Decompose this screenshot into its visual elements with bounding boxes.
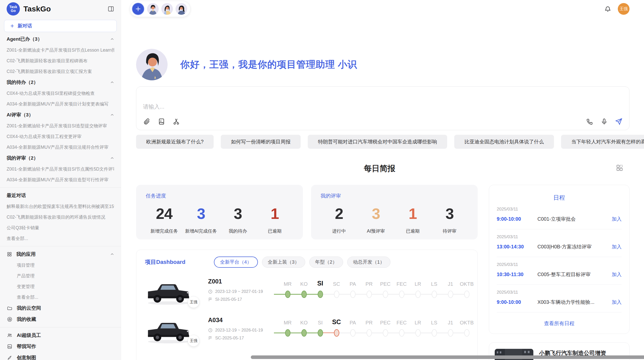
schedule-event: 2025/03/11 9:00-10:00 X003-车辆动力学性能验... 加… xyxy=(497,285,622,312)
milestone-timeline: MR KO xyxy=(273,278,469,300)
sidebar-section: Agent已办（3） Z001-全新燃油皮卡产品开发项目SI节点Lesson L… xyxy=(7,34,114,77)
event-name: X003-车辆动力学性能验... xyxy=(537,299,607,306)
sidebar-task-item[interactable]: C02-飞腾新能源轻客改款项目立项汇报方案 xyxy=(7,66,114,77)
notification-bell-icon[interactable] xyxy=(604,6,611,12)
add-agent-button[interactable] xyxy=(132,3,144,15)
milestone-node: OKTB xyxy=(459,317,475,338)
dashboard-filter-chip[interactable]: 年型（2） xyxy=(309,257,343,268)
stat: 3 AI预评审 xyxy=(357,205,394,234)
project-row[interactable]: 王强 A034 2023-12-19 ~ 2026-01-19 xyxy=(145,317,469,345)
schedule-view-all-link[interactable]: 查看所有日程 xyxy=(497,320,622,327)
my-apps-title: 我的应用 xyxy=(16,251,36,258)
chevron-up-icon xyxy=(110,37,114,41)
event-join-link[interactable]: 加入 xyxy=(612,271,622,278)
chat-input[interactable]: 请输入... xyxy=(143,103,623,118)
agent-avatar-1[interactable] xyxy=(147,3,159,15)
suggestion-chip[interactable]: 欧洲新规最近颁布了什么? xyxy=(136,135,214,149)
recent-chats-view-all[interactable]: 查看全部... xyxy=(7,233,114,244)
project-row[interactable]: 王强 Z001 2023-12-19 ~ 2027-01-19 xyxy=(145,278,469,306)
recent-chat-item[interactable]: C02-飞腾新能源轻客改款项目的闭环通告反馈情况 xyxy=(7,212,114,222)
new-chat-button[interactable]: 新对话 xyxy=(4,20,117,32)
stat: 2 进行中 xyxy=(321,205,358,234)
truck-illustration xyxy=(145,278,192,306)
sidebar-task-item[interactable]: A034-全新新能源MUV产品开发项目造型可行性评审 xyxy=(7,174,114,185)
chevron-up-icon xyxy=(110,252,114,256)
dashboard-filter-chip[interactable]: 全新上装（3） xyxy=(262,257,305,268)
stat-label: AI预评审 xyxy=(357,228,394,234)
milestone-node: PEC xyxy=(377,278,393,300)
section-header[interactable]: AI评审（3） xyxy=(7,109,114,121)
agent-pill xyxy=(130,1,191,17)
attachment-icon[interactable] xyxy=(143,118,151,125)
sidebar-task-item[interactable]: C02-飞腾新能源轻客改款项目里程碑画布 xyxy=(7,55,114,66)
phone-call-icon[interactable] xyxy=(586,118,593,125)
recent-chat-item[interactable]: 公司Q3轻卡销量 xyxy=(7,222,114,233)
stat: 1 已逾期 xyxy=(394,205,431,234)
my-apps-header[interactable]: 我的应用 xyxy=(7,249,114,260)
event-join-link[interactable]: 加入 xyxy=(612,243,622,250)
image-upload-icon[interactable] xyxy=(158,118,165,125)
sidebar-item-ai-super-staff[interactable]: AI超级员工 xyxy=(7,330,114,341)
cloud-space-label: 我的云空间 xyxy=(17,305,41,311)
sidebar-task-item[interactable]: A034-全新新能源MUV产品开发项目法规符合性评审 xyxy=(7,142,114,153)
milestone-node: PA xyxy=(345,317,361,338)
scissors-icon[interactable] xyxy=(172,118,180,125)
sidebar-item-favorites[interactable]: 我的收藏 xyxy=(7,314,114,325)
dashboard-filter-chip[interactable]: 全新平台（4） xyxy=(214,257,258,268)
project-code: A034 xyxy=(208,317,273,324)
project-dashboard: 项目Dashboard 全新平台（4） 全新上装（3） 年型（2） 动总开发（1… xyxy=(136,250,478,360)
app-item[interactable]: 变更管理 xyxy=(7,281,114,292)
event-date: 2025/03/11 xyxy=(497,262,622,267)
sidebar-task-item[interactable]: Z001-全新燃油皮卡产品开发项目SI节点Lesson Learn报告 xyxy=(7,45,114,55)
horizontal-scrollbar[interactable] xyxy=(251,355,644,359)
milestone-dot xyxy=(415,291,421,298)
plus-icon xyxy=(10,24,14,28)
stat-value: 1 xyxy=(256,205,293,222)
recent-chats-title: 最近对话 xyxy=(7,192,26,199)
app-item[interactable]: 产品管理 xyxy=(7,271,114,281)
suggestion-chip[interactable]: 比亚迪全固态电池计划具体说了什么 xyxy=(454,135,554,149)
schedule-title: 日程 xyxy=(497,194,622,202)
milestone-dot xyxy=(383,291,388,298)
send-icon[interactable] xyxy=(615,118,623,125)
microphone-icon[interactable] xyxy=(601,118,608,125)
stat-label: 已逾期 xyxy=(256,228,293,234)
sidebar-task-item[interactable]: C0X4-动力总成开发项目SI里程碑提交物检查 xyxy=(7,88,114,99)
recent-chat-item[interactable]: 解释最新出台的欧盟报废车法规再生塑料比例被调至15%... xyxy=(7,201,114,212)
project-owner-badge: 王强 xyxy=(188,296,199,308)
section-header[interactable]: 我的评审（2） xyxy=(7,153,114,164)
sidebar-collapse-icon[interactable] xyxy=(108,6,114,12)
suggestion-chip[interactable]: 如何写一份清晰的项目周报 xyxy=(221,135,301,149)
apps-grid-icon xyxy=(7,251,12,257)
section-header[interactable]: 我的待办（2） xyxy=(7,77,114,88)
user-avatar[interactable]: 王强 xyxy=(618,3,630,15)
sidebar-task-item[interactable]: Z001-全新燃油轻卡产品开发项目SI造型提交物评审 xyxy=(7,121,114,131)
sidebar-task-item[interactable]: C0X4-动力总成开发项目工程变更评审 xyxy=(7,131,114,142)
sidebar-task-item[interactable]: Z001-全新燃油轻卡产品开发项目SI节点属性5D文件评审 xyxy=(7,164,114,174)
topbar-right: 王强 xyxy=(604,3,630,15)
dashboard-filter-chip[interactable]: 动总开发（1） xyxy=(347,257,391,268)
suggestion-chip[interactable]: 特朗普可能对进口汽车增税会对中国车企造成哪些影响 xyxy=(308,135,447,149)
layout-grid-icon[interactable] xyxy=(616,164,623,172)
app-item[interactable]: 查看全部... xyxy=(7,292,114,303)
sidebar-section: 我的评审（2） Z001-全新燃油轻卡产品开发项目SI节点属性5D文件评审 A0… xyxy=(7,153,114,185)
recent-chats-section: 最近对话 解释最新出台的欧盟报废车法规再生塑料比例被调至15%... C02-飞… xyxy=(7,190,114,244)
section-title: Agent已办（3） xyxy=(7,36,42,42)
project-milestone-flag: SI-2025-05-17 xyxy=(215,297,242,302)
section-header[interactable]: Agent已办（3） xyxy=(7,34,114,45)
event-join-link[interactable]: 加入 xyxy=(612,216,622,222)
app-logo: Task Go xyxy=(7,2,20,16)
agent-avatar-3[interactable] xyxy=(175,3,187,15)
milestone-dot xyxy=(318,329,323,337)
milestone-dot xyxy=(464,291,470,298)
event-join-link[interactable]: 加入 xyxy=(612,299,622,306)
app-item[interactable]: 项目管理 xyxy=(7,260,114,271)
sidebar-item-cloud-space[interactable]: 我的云空间 xyxy=(7,303,114,314)
section-items: Z001-全新燃油皮卡产品开发项目SI节点Lesson Learn报告 C02-… xyxy=(7,45,114,77)
stat: 3 待评审 xyxy=(431,205,468,234)
suggestion-chip[interactable]: 当下年轻人对汽车外观有怎样的喜好趋势 xyxy=(561,135,644,149)
sidebar-item-creative-draw[interactable]: 创意制图 xyxy=(7,352,114,360)
sidebar-task-item[interactable]: A034-全新新能源MUV产品开发项目计划变更表编写 xyxy=(7,99,114,109)
sidebar-item-help-write[interactable]: 帮我写作 xyxy=(7,341,114,352)
agent-avatar-2[interactable] xyxy=(161,3,173,15)
